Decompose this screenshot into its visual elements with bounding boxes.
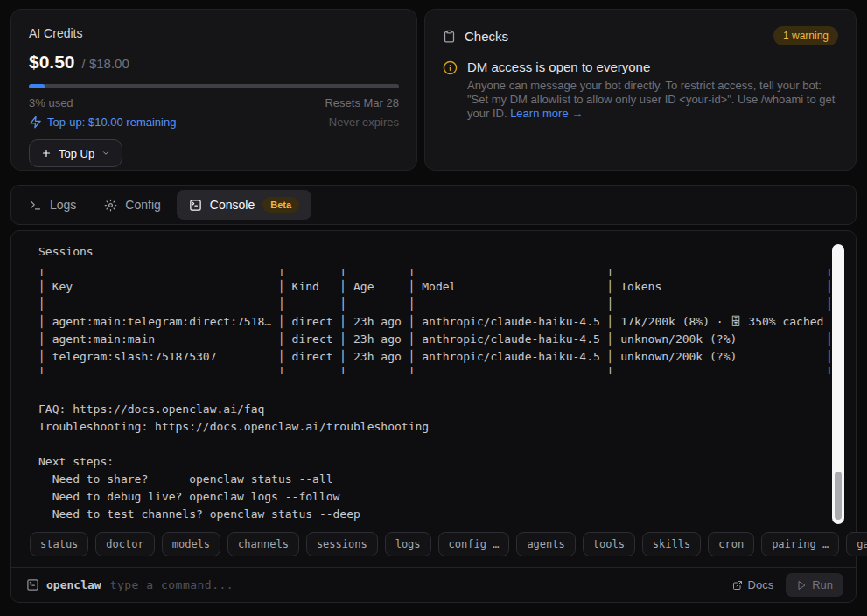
learn-more-link[interactable]: Learn more →	[510, 107, 583, 120]
chip-pairing[interactable]: pairing …	[761, 532, 839, 556]
run-button-label: Run	[812, 578, 833, 592]
checks-card: Checks 1 warning DM access is open to ev…	[424, 9, 857, 171]
chip-channels[interactable]: channels	[227, 532, 299, 556]
topup-note: Top-up: $10.00 remaining	[29, 116, 176, 129]
credits-meta-row: 3% used Resets Mar 28	[29, 96, 399, 109]
chip-models[interactable]: models	[162, 532, 220, 556]
tab-logs[interactable]: Logs	[17, 190, 88, 220]
credits-progress-bar	[29, 84, 399, 88]
top-up-button[interactable]: Top Up	[29, 139, 122, 167]
chip-skills[interactable]: skills	[642, 532, 701, 556]
credits-amount-row: $0.50 / $18.00	[29, 52, 399, 73]
chip-gateway[interactable]: gateway	[846, 532, 867, 556]
ai-credits-card: AI Credits $0.50 / $18.00 3% used Resets…	[10, 9, 417, 171]
command-bar: openclaw Docs Run	[11, 567, 856, 602]
warning-item: DM access is open to everyone Anyone can…	[443, 60, 838, 121]
credits-used-label: 3% used	[29, 96, 73, 109]
credits-progress-fill	[29, 84, 45, 88]
console-output: Sessions ┌──────────────────────────────…	[11, 231, 856, 530]
topup-note-label: Top-up: $10.00 remaining	[47, 116, 176, 129]
credits-expires-label: Never expires	[329, 116, 399, 129]
run-button[interactable]: Run	[786, 573, 843, 597]
chip-cron[interactable]: cron	[708, 532, 754, 556]
credits-topup-row: Top-up: $10.00 remaining Never expires	[29, 116, 399, 129]
chip-tools[interactable]: tools	[583, 532, 635, 556]
chip-agents[interactable]: agents	[516, 532, 575, 556]
credits-resets-label: Resets Mar 28	[325, 96, 399, 109]
console-scrollbar-thumb[interactable]	[835, 472, 842, 520]
command-input[interactable]	[108, 578, 725, 592]
command-prompt-label: openclaw	[46, 578, 101, 592]
console-output-text: Sessions ┌──────────────────────────────…	[38, 243, 826, 523]
ai-credits-title: AI Credits	[29, 26, 399, 40]
checks-title: Checks	[465, 29, 765, 44]
chip-config[interactable]: config …	[438, 532, 510, 556]
warning-description: Anyone can message your bot directly. To…	[467, 79, 838, 121]
warning-count-badge: 1 warning	[773, 26, 838, 46]
chevron-down-icon	[101, 149, 110, 158]
dashboard: AI Credits $0.50 / $18.00 3% used Resets…	[0, 0, 867, 612]
gear-icon	[104, 199, 117, 212]
zap-icon	[29, 116, 42, 129]
tab-logs-label: Logs	[50, 198, 76, 212]
clipboard-icon	[443, 30, 456, 43]
console-panel: Sessions ┌──────────────────────────────…	[10, 230, 857, 603]
chip-logs[interactable]: logs	[385, 532, 431, 556]
cards-row: AI Credits $0.50 / $18.00 3% used Resets…	[10, 9, 857, 171]
external-link-icon	[732, 580, 743, 591]
docs-link[interactable]: Docs	[732, 578, 774, 592]
console-scrollbar-track[interactable]	[832, 244, 844, 524]
checks-header: Checks 1 warning	[443, 26, 838, 46]
plus-icon	[41, 148, 52, 158]
tab-console-label: Console	[210, 198, 255, 212]
info-icon	[443, 60, 458, 121]
command-chips-row: status doctor models channels sessions l…	[11, 530, 856, 567]
tab-console[interactable]: Console Beta	[177, 190, 311, 220]
play-icon	[796, 580, 807, 591]
credits-amount: $0.50	[29, 52, 75, 73]
docs-link-label: Docs	[748, 578, 774, 592]
tab-config-label: Config	[125, 198, 160, 212]
chip-sessions[interactable]: sessions	[306, 532, 378, 556]
chip-status[interactable]: status	[30, 532, 88, 556]
warning-body: DM access is open to everyone Anyone can…	[467, 60, 838, 121]
square-terminal-icon	[189, 199, 202, 212]
credits-total: / $18.00	[82, 56, 129, 71]
top-up-button-label: Top Up	[59, 147, 94, 160]
terminal-prompt-icon	[29, 199, 42, 212]
beta-badge: Beta	[262, 197, 299, 213]
chip-doctor[interactable]: doctor	[95, 532, 154, 556]
tab-config[interactable]: Config	[92, 190, 172, 220]
tab-bar: Logs Config Console Beta	[10, 185, 857, 225]
warning-title: DM access is open to everyone	[467, 60, 838, 74]
square-terminal-icon	[26, 578, 39, 592]
